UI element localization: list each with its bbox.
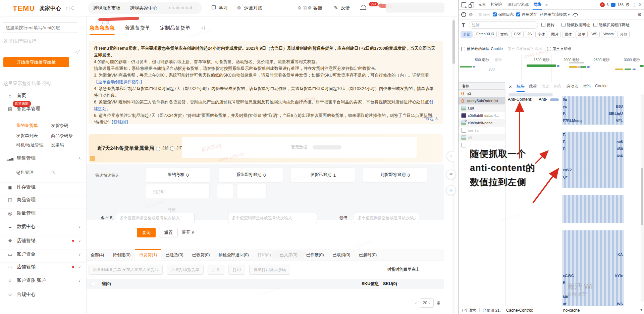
request-row[interactable]: c0b9ab9f-eaba-4... bbox=[459, 112, 505, 119]
request-type-chip[interactable]: 其他 bbox=[618, 31, 630, 38]
request-type-chip[interactable]: Wasm bbox=[601, 31, 616, 38]
status-tab[interactable]: 已作废(0) bbox=[302, 249, 328, 261]
clear-icon[interactable]: ⊘ bbox=[469, 12, 473, 17]
details-tab[interactable]: 载荷 bbox=[529, 82, 537, 92]
order-type-tab[interactable]: 定制品备货单 bbox=[160, 25, 190, 35]
feedback-link[interactable]: 反馈 bbox=[341, 5, 350, 11]
submenu-link[interactable]: 发货条码 bbox=[51, 123, 68, 129]
filter-funnel-icon[interactable] bbox=[461, 23, 466, 27]
status-tab[interactable]: 抽检全部退回(0) bbox=[214, 249, 253, 261]
temu-logo[interactable]: TEMU bbox=[13, 4, 35, 13]
request-type-chip[interactable]: WS bbox=[589, 31, 600, 38]
request-type-chip[interactable]: 图片 bbox=[549, 31, 561, 38]
status-tab[interactable]: 待发货(1) bbox=[135, 249, 161, 261]
scroll-down-arrow[interactable]: ▼ bbox=[640, 308, 643, 312]
settings-gear-icon[interactable]: ⚙ bbox=[626, 2, 630, 7]
filter-input-1[interactable] bbox=[116, 213, 195, 223]
hide-extension-urls-checkbox[interactable]: 隐藏扩展程序网址 bbox=[593, 23, 630, 28]
status-tab[interactable]: 已取消(0) bbox=[328, 249, 355, 261]
submenu-link[interactable]: 发条码 bbox=[51, 142, 64, 148]
submenu-link[interactable]: 司机/地址管理 bbox=[16, 142, 44, 148]
inspect-icon[interactable] bbox=[461, 2, 466, 7]
reset-button[interactable]: 重置 bbox=[159, 228, 178, 237]
submenu-link[interactable]: 销售管理 bbox=[16, 170, 34, 176]
sidebar-item[interactable]: 店铺籍销 bbox=[0, 262, 86, 271]
notice-link[interactable]: 【返单自动创建操作指引】 bbox=[94, 80, 144, 84]
search-button[interactable]: 查询 bbox=[137, 228, 156, 237]
submenu-link[interactable]: 商品条码条 bbox=[51, 133, 73, 139]
error-badge-icon[interactable]: ✕ bbox=[600, 2, 605, 7]
details-scrollbar-thumb[interactable] bbox=[641, 168, 643, 225]
radio-jit-input[interactable] bbox=[170, 146, 174, 151]
preserve-log-checkbox[interactable]: 保留日志 bbox=[493, 12, 514, 17]
stat-card[interactable]: 发货已逾期 1 bbox=[291, 167, 355, 183]
stat-card[interactable]: 履约考核 0 bbox=[146, 167, 210, 183]
disable-cache-checkbox[interactable]: 停用缓存 bbox=[516, 12, 537, 17]
sidebar-item[interactable]: 合规中心 bbox=[0, 290, 86, 299]
sort-order-label[interactable]: 时货时间最早在上 bbox=[387, 267, 420, 272]
radio-normal[interactable]: J邮 bbox=[154, 145, 168, 151]
order-type-tab[interactable]: 习 bbox=[200, 25, 205, 35]
hide-data-input[interactable] bbox=[561, 23, 566, 27]
batch-button[interactable]: 批量创建备货单 发加入量加入发货台 bbox=[89, 265, 163, 275]
request-type-chip[interactable]: 全部 bbox=[461, 31, 473, 38]
radio-jit[interactable]: JIT bbox=[168, 145, 182, 151]
submenu-link[interactable]: 售 bbox=[51, 170, 55, 176]
sidebar-item[interactable]: 商品管理 bbox=[0, 195, 86, 204]
details-tab[interactable]: Cookie bbox=[595, 82, 607, 92]
radio-normal-input[interactable] bbox=[156, 147, 160, 151]
blocked-cookies-input[interactable] bbox=[461, 47, 465, 51]
notice-link[interactable]: 【贷规则】 bbox=[109, 120, 130, 124]
collapse-handle[interactable]: › bbox=[447, 151, 455, 161]
third-party-input[interactable] bbox=[547, 47, 551, 51]
select-all-checkbox[interactable] bbox=[91, 282, 95, 286]
devtools-tab[interactable]: 网络 bbox=[533, 0, 542, 10]
batch-button[interactable]: 批量打印拣货单 bbox=[167, 265, 204, 275]
status-tab[interactable]: 已收货(0) bbox=[188, 249, 214, 261]
page-size-select[interactable]: 20 bbox=[420, 298, 434, 308]
devtools-tab[interactable]: 控制台 bbox=[490, 0, 503, 10]
snowflake-button[interactable]: ❄ bbox=[446, 170, 456, 179]
sidebar-item[interactable]: 店铺营销 bbox=[0, 236, 86, 245]
learn-link[interactable]: 学习 bbox=[219, 5, 228, 11]
batch-button[interactable]: 批量打印商品条码 bbox=[249, 265, 290, 275]
details-tab[interactable]: 启动器 bbox=[566, 82, 578, 92]
page-scrollbar-thumb[interactable] bbox=[452, 20, 455, 64]
sidebar-item[interactable]: 账户资质 账户 bbox=[0, 276, 86, 285]
status-tab[interactable]: 已送货(0) bbox=[161, 249, 188, 261]
sidebar-item[interactable]: 数据中心 bbox=[0, 222, 86, 231]
invert-input[interactable] bbox=[541, 23, 545, 27]
details-tab[interactable]: 标头 bbox=[517, 82, 525, 92]
order-type-tab[interactable]: 急备急备急 bbox=[90, 25, 115, 35]
devtools-tab[interactable]: 元素 bbox=[477, 0, 487, 10]
sidebar-item-orders[interactable]: 备货单管理 bbox=[0, 104, 86, 113]
message-badge-icon[interactable] bbox=[611, 3, 615, 7]
stat-card[interactable]: 系统即将逾期 0 bbox=[219, 167, 283, 183]
request-type-chip[interactable]: 文档 bbox=[498, 31, 510, 38]
more-tabs-chevron[interactable]: » bbox=[545, 2, 548, 7]
start-grab-button[interactable]: 开始抢夺始抢夺始抢 bbox=[3, 57, 69, 67]
plugin-row-input[interactable] bbox=[3, 22, 77, 33]
customer-service-button[interactable]: ☺ bbox=[446, 185, 456, 195]
devtools-tab[interactable]: 源代码/来源 bbox=[507, 0, 529, 10]
invert-checkbox[interactable]: 反转 bbox=[541, 23, 554, 28]
hide-data-urls-checkbox[interactable]: 隐藏数据网址 bbox=[561, 23, 590, 28]
order-type-tab[interactable]: 普通备货单 bbox=[125, 25, 150, 35]
topbar-nav-link[interactable]: ntratrientral bbox=[169, 5, 192, 10]
network-filter-input[interactable] bbox=[469, 21, 538, 29]
submenu-link[interactable]: 我的备货单 bbox=[16, 123, 38, 129]
expand-link[interactable]: 展开 ∨ bbox=[182, 230, 195, 235]
sidebar-item[interactable]: 质量管理 bbox=[0, 209, 86, 218]
stat-card[interactable]: 到货即将逾期 0 bbox=[363, 167, 427, 183]
request-row[interactable]: c0 bbox=[459, 134, 505, 141]
request-row[interactable]: t.gif bbox=[459, 104, 505, 112]
kebab-menu-icon[interactable]: ⋮ bbox=[632, 2, 637, 7]
request-row[interactable]: agr-ea bbox=[459, 127, 505, 134]
sidebar-item-sales[interactable]: 销售管理 bbox=[0, 154, 86, 163]
preserve-log-input[interactable] bbox=[493, 12, 497, 16]
status-tab[interactable]: 已超时(0) bbox=[355, 249, 381, 261]
filter-input-3[interactable] bbox=[354, 213, 419, 223]
filter-input-2[interactable] bbox=[228, 213, 317, 223]
batch-button[interactable]: 打印 bbox=[228, 265, 245, 275]
throttling-select[interactable]: 已停用节流模式 bbox=[540, 12, 570, 17]
